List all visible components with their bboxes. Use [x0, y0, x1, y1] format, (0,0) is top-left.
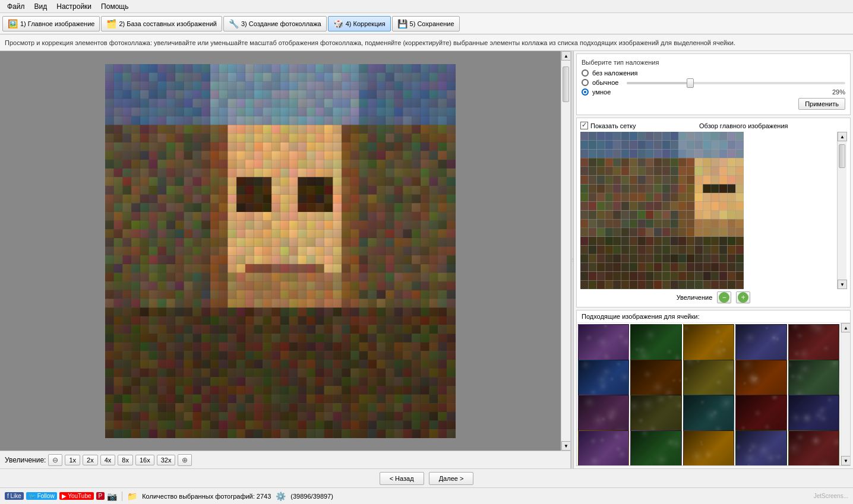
facebook-icon: f [7, 493, 9, 499]
scroll-up-btn[interactable]: ▲ [561, 51, 570, 61]
back-btn[interactable]: < Назад [380, 472, 424, 485]
thumb-16[interactable] [578, 430, 629, 466]
scroll-thumb[interactable] [563, 66, 569, 102]
mosaic-image[interactable] [105, 64, 456, 438]
main-content: ▲ ▼ Увеличение: ⊖ 1x 2x 4x 8x 16x 32x ⊕ [0, 51, 853, 468]
overview-zoom-out-icon: − [719, 292, 729, 303]
wrench-icon: 🔧 [229, 19, 239, 28]
zoom-8x-btn[interactable]: 8x [118, 455, 133, 465]
overlay-smart[interactable]: умное 29% [582, 88, 845, 96]
thumb-19[interactable] [735, 430, 786, 466]
database-icon: 🗂️ [106, 19, 116, 28]
matching-scroll-up[interactable]: ▲ [841, 323, 850, 332]
infobar: Просмотр и коррекция элементов фотоколла… [0, 34, 853, 51]
overview-scroll-track [838, 141, 846, 280]
overlay-slider-track[interactable] [627, 82, 845, 84]
zoom-2x-btn[interactable]: 2x [83, 455, 98, 465]
matching-section: Подходящие изображения для ячейки: [576, 310, 851, 466]
matching-title: Подходящие изображения для ячейки: [577, 310, 850, 323]
radio-none-icon [582, 69, 589, 77]
zoom-label: Увеличение: [5, 456, 46, 464]
menu-view[interactable]: Вид [30, 1, 52, 12]
social-buttons: f Like 🐦 Follow ▶ YouTube P 📷 [5, 492, 117, 501]
show-grid-wrap[interactable]: Показать сетку [580, 122, 636, 129]
show-grid-checkbox[interactable] [580, 122, 588, 129]
pinterest-icon: P [99, 493, 103, 499]
image-icon: 🖼️ [8, 19, 18, 28]
matching-grid [577, 323, 841, 465]
status-divider [122, 492, 122, 501]
overlay-smart-label: умное [592, 88, 611, 96]
overview-scroll-down[interactable]: ▼ [838, 280, 847, 289]
branding-text: JetScreens... [814, 493, 848, 499]
folder-icon: 📁 [127, 492, 137, 501]
v-scrollbar[interactable]: ▲ ▼ [561, 51, 570, 451]
scroll-track [561, 61, 570, 441]
twitter-follow-btn[interactable]: 🐦 Follow [26, 492, 57, 500]
apply-btn[interactable]: Применить [798, 98, 845, 110]
progress-text: (39896/39897) [290, 493, 333, 500]
tab-create-collage[interactable]: 🔧 3) Создание фотоколлажа [223, 16, 327, 31]
show-grid-label: Показать сетку [590, 122, 636, 129]
overlay-options: без наложения обычное умное 29% [582, 69, 845, 96]
instagram-btn[interactable]: 📷 [107, 492, 117, 501]
slider-value: 29% [832, 88, 845, 96]
zoom-bar: Увеличение: ⊖ 1x 2x 4x 8x 16x 32x ⊕ [0, 451, 570, 468]
tab-base-images[interactable]: 🗂️ 2) База составных изображений [101, 16, 222, 31]
youtube-icon: ▶ [62, 493, 67, 499]
matching-scroll-down[interactable]: ▼ [841, 456, 850, 465]
pinterest-btn[interactable]: P [96, 492, 105, 500]
tab-save[interactable]: 💾 5) Сохранение [392, 16, 460, 31]
infobar-text: Просмотр и коррекция элементов фотоколла… [5, 39, 735, 46]
zoom-in-btn[interactable]: ⊕ [178, 454, 192, 466]
overlay-none-label: без наложения [592, 69, 638, 77]
overview-section: Показать сетку Обзор главного изображени… [576, 118, 851, 308]
mosaic-container[interactable] [0, 51, 561, 451]
matching-scrollbar: ▲ ▼ [841, 323, 850, 465]
menubar: Файл Вид Настройки Помощь [0, 0, 853, 13]
overlay-normal[interactable]: обычное [582, 79, 845, 86]
zoom-out-btn[interactable]: ⊖ [48, 454, 62, 466]
right-panel: Выберите тип наложения без наложения обы… [574, 51, 853, 468]
facebook-like-btn[interactable]: f Like [5, 492, 24, 500]
matching-scroll-track [841, 332, 850, 456]
scroll-down-btn[interactable]: ▼ [561, 441, 570, 451]
overview-zoom-in[interactable]: + [736, 291, 750, 303]
tab-correction[interactable]: 🎲 4) Коррекция [328, 16, 391, 31]
zoom-32x-btn[interactable]: 32x [157, 455, 176, 465]
thumb-17[interactable] [630, 430, 681, 466]
radio-normal-icon [582, 79, 589, 86]
status-bar: f Like 🐦 Follow ▶ YouTube P 📷 📁 Количест… [0, 487, 853, 504]
overlay-section: Выберите тип наложения без наложения обы… [576, 53, 851, 115]
photos-count: Количество выбранных фотографий: 2743 [142, 493, 271, 500]
zoom-4x-btn[interactable]: 4x [100, 455, 116, 465]
overlay-normal-label: обычное [592, 79, 618, 86]
save-icon: 💾 [397, 19, 407, 28]
twitter-icon: 🐦 [29, 493, 36, 499]
menu-file[interactable]: Файл [2, 1, 30, 12]
overlay-none[interactable]: без наложения [582, 69, 845, 77]
menu-help[interactable]: Помощь [96, 1, 133, 12]
thumb-20[interactable] [788, 430, 839, 466]
next-btn[interactable]: Далее > [429, 472, 474, 485]
zoom-1x-btn[interactable]: 1x [65, 455, 80, 465]
toolbar: 🖼️ 1) Главное изображение 🗂️ 2) База сос… [0, 13, 853, 34]
overview-zoom-out[interactable]: − [717, 291, 731, 303]
zoom-in-icon: ⊕ [182, 456, 188, 464]
youtube-btn[interactable]: ▶ YouTube [59, 492, 94, 500]
thumb-18[interactable] [683, 430, 734, 466]
left-panel: ▲ ▼ Увеличение: ⊖ 1x 2x 4x 8x 16x 32x ⊕ [0, 51, 571, 468]
radio-smart-icon [582, 88, 589, 96]
zoom-16x-btn[interactable]: 16x [135, 455, 154, 465]
nav-bar: < Назад Далее > [0, 468, 853, 487]
overlay-title: Выберите тип наложения [582, 59, 845, 66]
overview-title: Обзор главного изображения [641, 122, 846, 129]
overview-zoom-in-icon: + [738, 292, 748, 303]
menu-settings[interactable]: Настройки [52, 1, 96, 12]
overview-scroll-thumb[interactable] [839, 144, 845, 168]
zoom-out-icon: ⊖ [52, 456, 58, 464]
overview-scroll-up[interactable]: ▲ [838, 132, 847, 141]
tab-main-image[interactable]: 🖼️ 1) Главное изображение [2, 16, 100, 31]
overview-zoom-row: Увеличение − + [580, 291, 846, 303]
overview-zoom-label: Увеличение [677, 294, 713, 301]
